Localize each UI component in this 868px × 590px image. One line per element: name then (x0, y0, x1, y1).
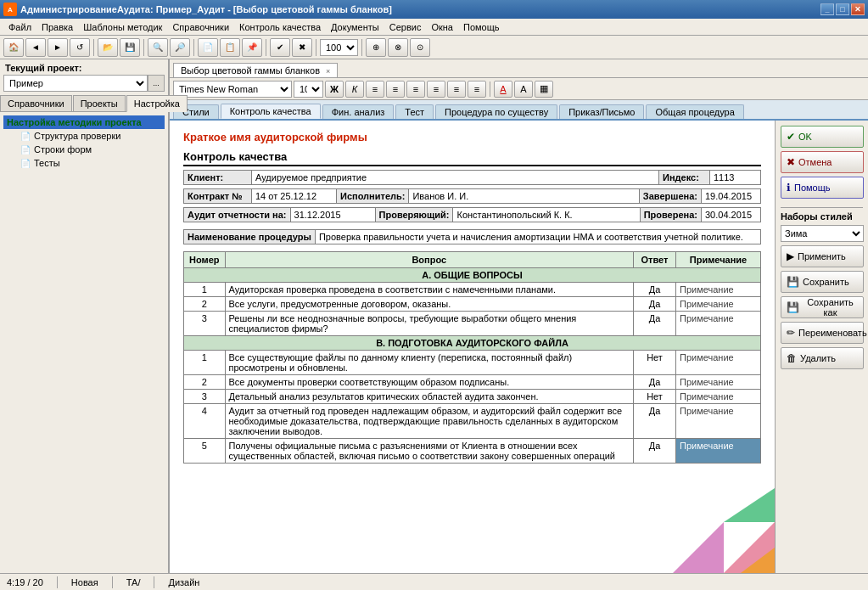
toolbar-btn2[interactable]: ⊗ (388, 38, 408, 57)
project-browse-btn[interactable]: ... (148, 75, 165, 92)
tab-test[interactable]: Тест (395, 104, 434, 119)
italic-btn[interactable]: К (345, 81, 364, 98)
align-left-btn[interactable]: ≡ (366, 81, 384, 98)
align-right-btn[interactable]: ≡ (406, 81, 425, 98)
col-number: Номер (184, 252, 226, 268)
title-bar: A АдминистрированиеАудита: Пример_Аудит … (0, 0, 868, 19)
svg-marker-3 (741, 548, 775, 573)
menu-references[interactable]: Справочники (167, 20, 234, 34)
row-answer: Да (634, 312, 676, 336)
tab-general[interactable]: Общая процедура (646, 104, 743, 119)
toolbar-new[interactable]: 📄 (198, 38, 218, 57)
table-row: 2Все документы проверки соответствующим … (184, 375, 761, 390)
tree-root[interactable]: Настройка методики проекта (3, 115, 165, 129)
tab-financial[interactable]: Фин. анализ (322, 104, 395, 119)
toolbar-copy[interactable]: 📋 (220, 38, 240, 57)
delete-button[interactable]: 🗑 Удалить (781, 347, 864, 369)
toolbar-btn3[interactable]: ⊙ (410, 38, 430, 57)
toolbar-paste[interactable]: 📌 (242, 38, 262, 57)
align-justify-btn[interactable]: ≡ (427, 81, 445, 98)
style-selector[interactable]: Зима Лето Осень Весна (781, 225, 864, 242)
procedure-table: Наименование процедуры Проверка правильн… (183, 229, 761, 244)
tab-quality-control[interactable]: Контроль качества (221, 104, 321, 119)
project-dropdown[interactable]: Пример (3, 75, 148, 92)
menu-edit[interactable]: Правка (36, 20, 78, 34)
menu-file[interactable]: Файл (3, 20, 36, 34)
menu-bar: Файл Правка Шаблоны методик Справочники … (0, 19, 868, 36)
extra-btn[interactable]: ▦ (535, 81, 553, 98)
apply-icon: ▶ (787, 250, 794, 262)
font-name-combo[interactable]: Times New Roman (173, 81, 292, 98)
align-btn2[interactable]: ≡ (447, 81, 466, 98)
ok-button[interactable]: ✔ OK (781, 126, 864, 148)
font-size-combo[interactable]: 10 (294, 81, 323, 98)
tab-order[interactable]: Приказ/Письмо (559, 104, 644, 119)
doc-tab-active[interactable]: Выбор цветовой гаммы бланков × (173, 63, 338, 77)
tab-references[interactable]: Справочники (0, 95, 72, 111)
align-center-btn[interactable]: ≡ (386, 81, 405, 98)
tree-item-structure-icon: 📄 (20, 132, 31, 141)
menu-service[interactable]: Сервис (384, 20, 427, 34)
maximize-btn[interactable]: □ (836, 3, 849, 15)
row-question: Все услуги, предусмотренные договором, о… (225, 297, 634, 312)
rename-button[interactable]: ✏ Переименовать (781, 322, 864, 344)
toolbar-back[interactable]: ◄ (25, 38, 46, 57)
sep6 (361, 39, 362, 56)
apply-button[interactable]: ▶ Применить (781, 245, 864, 267)
toolbar-open[interactable]: 📂 (98, 38, 118, 57)
toolbar-home[interactable]: 🏠 (3, 38, 24, 57)
toolbar-btn1[interactable]: ⊕ (366, 38, 386, 57)
status-sep2 (112, 576, 113, 588)
tab-settings[interactable]: Настройка (126, 95, 188, 112)
align-btn3[interactable]: ≡ (468, 81, 486, 98)
ok-icon: ✔ (787, 131, 795, 143)
toolbar-search2[interactable]: 🔎 (170, 38, 190, 57)
tree-item-tests[interactable]: 📄 Тесты (17, 156, 165, 170)
menu-quality[interactable]: Контроль качества (234, 20, 326, 34)
row-number: 2 (184, 375, 226, 390)
main-data-table: Номер Вопрос Ответ Примечание А. ОБЩИЕ В… (183, 251, 761, 464)
help-button[interactable]: ℹ Помощь (781, 177, 864, 199)
header-table-2: Контракт № 14 от 25.12.12 Исполнитель: И… (183, 188, 761, 204)
menu-help[interactable]: Помощь (458, 20, 505, 34)
toolbar-refresh[interactable]: ↺ (70, 38, 90, 57)
highlight-btn[interactable]: A (514, 81, 533, 98)
toolbar-save[interactable]: 💾 (120, 38, 140, 57)
save-icon: 💾 (787, 276, 799, 288)
tab-procedure[interactable]: Процедура по существу (435, 104, 557, 119)
left-tabs: Справочники Проекты Настройка (0, 95, 168, 112)
toolbar-check[interactable]: ✔ (270, 38, 290, 57)
status-sep3 (154, 576, 154, 588)
menu-documents[interactable]: Документы (326, 20, 384, 34)
toolbar-cross[interactable]: ✖ (292, 38, 312, 57)
row-question: Все документы проверки соответствующим о… (225, 375, 634, 390)
toolbar-forward[interactable]: ► (48, 38, 68, 57)
row-question: Все существующие файлы по данному клиент… (225, 351, 634, 375)
menu-windows[interactable]: Окна (426, 20, 458, 34)
save-as-button[interactable]: 💾 Сохранить как (781, 296, 864, 318)
cancel-button[interactable]: ✖ Отмена (781, 151, 864, 173)
toolbar-search[interactable]: 🔍 (148, 38, 168, 57)
col-note: Примечание (676, 252, 761, 268)
bold-btn[interactable]: Ж (325, 81, 344, 98)
tree-item-formrows[interactable]: 📄 Строки форм (17, 143, 165, 156)
font-color-btn[interactable]: A (494, 81, 512, 98)
doc-tab-close[interactable]: × (326, 67, 330, 76)
tree-item-structure[interactable]: 📄 Структура проверки (17, 129, 165, 143)
row-question: Получены официальные письма с разъяснени… (225, 439, 634, 464)
row-note: Примечание (676, 351, 761, 375)
save-button[interactable]: 💾 Сохранить (781, 271, 864, 293)
minimize-btn[interactable]: _ (820, 3, 834, 15)
window-controls: _ □ ✕ (820, 3, 865, 15)
row-number: 1 (184, 283, 226, 297)
menu-templates[interactable]: Шаблоны методик (78, 20, 167, 34)
main-container: Текущий проект: Пример ... Справочники П… (0, 59, 868, 573)
tab-projects[interactable]: Проекты (73, 95, 126, 111)
firm-name: Краткое имя аудиторской фирмы (183, 131, 761, 143)
window-title: АдминистрированиеАудита: Пример_Аудит - … (20, 4, 392, 14)
close-btn[interactable]: ✕ (851, 3, 865, 15)
sep5 (316, 39, 316, 56)
audit-date-label: Аудит отчетности на: (184, 208, 291, 222)
rename-icon: ✏ (787, 327, 795, 339)
zoom-combo[interactable]: 100 75 125 (320, 39, 358, 56)
